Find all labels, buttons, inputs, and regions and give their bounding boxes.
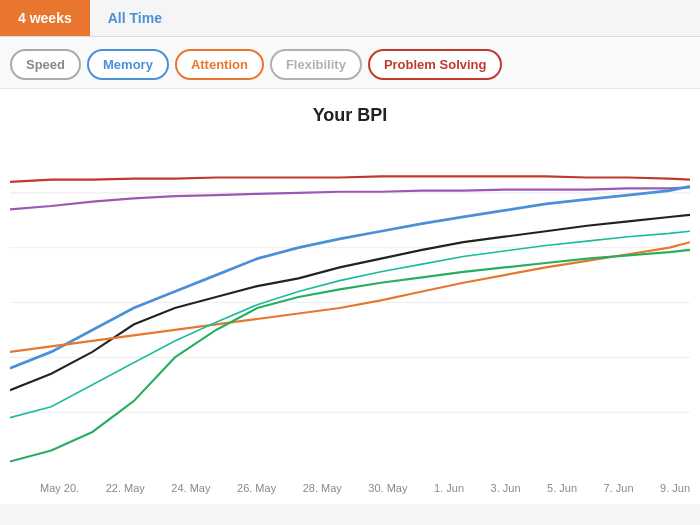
bpi-chart: [10, 138, 690, 478]
tab-memory[interactable]: Memory: [87, 49, 169, 80]
x-label-4: 28. May: [303, 482, 342, 494]
x-label-10: 9. Jun: [660, 482, 690, 494]
tab-alltime[interactable]: All Time: [90, 0, 180, 36]
x-label-9: 7. Jun: [604, 482, 634, 494]
x-label-5: 30. May: [368, 482, 407, 494]
tab-problem-solving[interactable]: Problem Solving: [368, 49, 503, 80]
x-label-2: 24. May: [171, 482, 210, 494]
x-axis: May 20. 22. May 24. May 26. May 28. May …: [10, 478, 690, 494]
chart-area: Your BPI May 20. 22. May: [0, 89, 700, 504]
x-label-7: 3. Jun: [491, 482, 521, 494]
category-tabs: Speed Memory Attention Flexibility Probl…: [0, 37, 700, 89]
x-label-6: 1. Jun: [434, 482, 464, 494]
x-label-8: 5. Jun: [547, 482, 577, 494]
chart-title: Your BPI: [10, 105, 690, 126]
x-label-1: 22. May: [106, 482, 145, 494]
tab-attention[interactable]: Attention: [175, 49, 264, 80]
tab-speed[interactable]: Speed: [10, 49, 81, 80]
x-label-3: 26. May: [237, 482, 276, 494]
chart-container: [10, 138, 690, 478]
tab-4weeks[interactable]: 4 weeks: [0, 0, 90, 36]
top-tabs-container: 4 weeks All Time: [0, 0, 700, 37]
x-label-0: May 20.: [40, 482, 79, 494]
tab-flexibility[interactable]: Flexibility: [270, 49, 362, 80]
